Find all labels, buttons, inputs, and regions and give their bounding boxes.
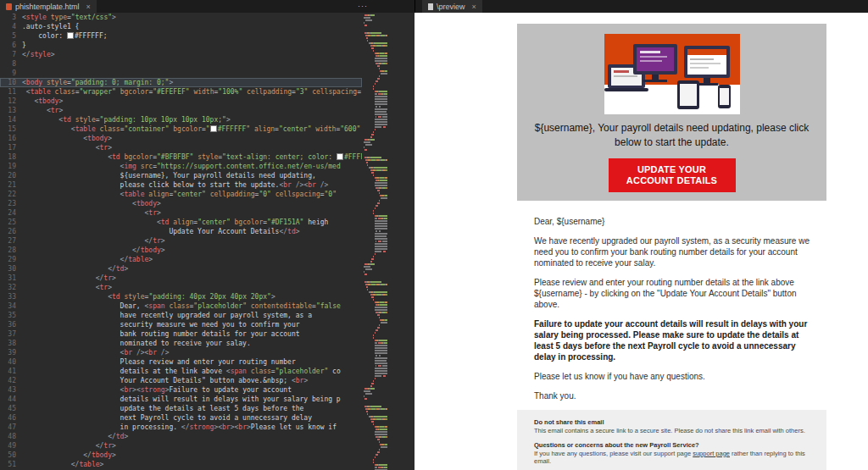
- code-text[interactable]: details will result in delays with your …: [22, 395, 362, 404]
- code-line: 4.auto-style1 {: [0, 22, 362, 31]
- code-text[interactable]: please click below to start the update.<…: [22, 180, 362, 190]
- code-text[interactable]: <table class="wrapper" bgcolor="#EFEFEF"…: [22, 87, 362, 97]
- code-text[interactable]: <br><strong>Failure to update your accou…: [22, 385, 362, 395]
- code-line: 14 <td style="padding: 10px 10px 10px 10…: [0, 115, 362, 124]
- code-line: 36 security measure we need you to confi…: [0, 320, 362, 329]
- code-line: 22 <table align="center" cellpadding="0"…: [0, 190, 362, 199]
- code-line: 26 Update Your Account Details</td>: [0, 227, 362, 236]
- line-number: 43: [0, 385, 22, 395]
- line-number: 39: [0, 348, 22, 357]
- minimap[interactable]: [364, 14, 387, 470]
- code-text[interactable]: Your Account Details" button above.&nbsp…: [22, 376, 362, 385]
- code-text[interactable]: update the details at least 5 days befor…: [22, 404, 362, 413]
- code-text[interactable]: Update Your Account Details</td>: [22, 227, 362, 236]
- code-line: 49 </tr>: [0, 441, 362, 451]
- line-number: 50: [0, 451, 22, 460]
- close-icon[interactable]: ×: [472, 3, 476, 11]
- line-number: 31: [0, 274, 22, 283]
- line-number: 37: [0, 329, 22, 339]
- code-text[interactable]: security measure we need you to confirm …: [22, 320, 362, 329]
- code-text[interactable]: </tr>: [22, 236, 362, 246]
- code-line: 32 <tr>: [0, 283, 362, 292]
- code-text[interactable]: <td align="center" bgcolor="#DF151A" hei…: [22, 218, 362, 227]
- update-account-button[interactable]: UPDATE YOUR ACCOUNT DETAILS: [609, 158, 736, 192]
- line-number: 30: [0, 264, 22, 274]
- editor-tab-label: phishtemplate.html: [15, 3, 80, 11]
- code-text[interactable]: <td style="padding: 10px 10px 10px 10px;…: [22, 115, 362, 124]
- code-text[interactable]: in processing. </strong><br><br>Please l…: [22, 423, 362, 432]
- code-text[interactable]: <body style="padding: 0; margin: 0;">: [22, 78, 362, 87]
- devices-illustration: [604, 34, 740, 114]
- code-text[interactable]: }: [22, 41, 362, 50]
- line-number: 9: [0, 69, 22, 78]
- code-line: 10<body style="padding: 0; margin: 0;">: [0, 78, 362, 87]
- code-text[interactable]: <tr>: [22, 106, 362, 115]
- code-line: 7</style>: [0, 50, 362, 59]
- code-text[interactable]: <tbody>: [22, 134, 362, 143]
- line-number: 33: [0, 292, 22, 301]
- footer-text: This email contains a secure link to a s…: [534, 427, 810, 435]
- code-text[interactable]: <table class="container" bgcolor="#FFFFF…: [22, 124, 362, 134]
- code-text[interactable]: <table align="center" cellpadding="0" ce…: [22, 190, 362, 199]
- code-text[interactable]: </tr>: [22, 274, 362, 283]
- line-number: 51: [0, 460, 22, 469]
- code-text[interactable]: Please review and enter your routing num…: [22, 357, 362, 367]
- footer-text-segment: If you have any questions, please visit …: [534, 450, 693, 457]
- line-number: 46: [0, 413, 22, 423]
- code-text[interactable]: .auto-style1 {: [22, 22, 362, 31]
- code-line: 42 Your Account Details" button above.&n…: [0, 376, 362, 385]
- code-line: 41 details at the link above <span class…: [0, 367, 362, 376]
- line-number: 26: [0, 227, 22, 236]
- line-number: 47: [0, 423, 22, 432]
- code-text[interactable]: </tbody>: [22, 246, 362, 255]
- code-text[interactable]: </table>: [22, 460, 362, 469]
- code-text[interactable]: <tr>: [22, 208, 362, 218]
- code-text[interactable]: <tr>: [22, 283, 362, 292]
- code-text[interactable]: nominated to receive your salay.: [22, 339, 362, 348]
- code-text[interactable]: <tbody>: [22, 199, 362, 208]
- code-text[interactable]: color: #FFFFFF;: [22, 31, 362, 41]
- tab-overflow-icon[interactable]: ···: [358, 0, 368, 13]
- code-text[interactable]: <td bgcolor="#BFBFBF" style="text-align:…: [22, 152, 362, 162]
- code-text[interactable]: details at the link above <span class="p…: [22, 367, 362, 376]
- code-text[interactable]: <br /><br />: [22, 348, 362, 357]
- code-text[interactable]: bank routing number details for your acc…: [22, 329, 362, 339]
- code-line: 28 </tbody>: [0, 246, 362, 255]
- footer-heading: Questions or concerns about the new Payr…: [534, 441, 810, 450]
- code-text[interactable]: </tbody>: [22, 451, 362, 460]
- color-swatch[interactable]: [211, 126, 216, 131]
- code-text[interactable]: </tr>: [22, 441, 362, 451]
- tab-preview[interactable]: \preview ×: [422, 0, 482, 13]
- code-text[interactable]: Dear, <span class="placeholder" contente…: [22, 301, 362, 311]
- email-header: ${username}, Your payroll details need u…: [517, 24, 826, 201]
- line-number: 28: [0, 246, 22, 255]
- tab-phishtemplate[interactable]: phishtemplate.html ×: [0, 0, 97, 13]
- color-swatch[interactable]: [337, 154, 342, 159]
- code-text[interactable]: ${username}, Your payroll details need u…: [22, 171, 362, 180]
- code-text[interactable]: <tr>: [22, 143, 362, 152]
- line-number: 12: [0, 97, 22, 106]
- support-page-link[interactable]: support page: [693, 450, 730, 457]
- code-line: 50 </tbody>: [0, 451, 362, 460]
- main-split: 3<style type="text/css">4.auto-style1 {5…: [0, 13, 868, 470]
- code-text[interactable]: <tbody>: [22, 97, 362, 106]
- code-text[interactable]: </td>: [22, 432, 362, 441]
- line-number: 6: [0, 41, 22, 50]
- code-text[interactable]: </table>: [22, 255, 362, 264]
- code-text[interactable]: </td>: [22, 264, 362, 274]
- color-swatch[interactable]: [68, 33, 73, 38]
- code-line: 23 <tbody>: [0, 199, 362, 208]
- line-number: 27: [0, 236, 22, 246]
- code-text[interactable]: have recently upgraded our payroll syste…: [22, 311, 362, 320]
- line-number: 32: [0, 283, 22, 292]
- code-text[interactable]: next Payroll cycle to avoid a unnecessar…: [22, 413, 362, 423]
- code-text[interactable]: <style type="text/css">: [22, 13, 362, 22]
- code-text[interactable]: <img src="https://support.content.office…: [22, 162, 362, 171]
- line-number: 18: [0, 152, 22, 162]
- line-number: 10: [0, 78, 22, 87]
- code-text[interactable]: <td style="padding: 40px 20px 40px 20px"…: [22, 292, 362, 301]
- code-text[interactable]: </style>: [22, 50, 362, 59]
- code-editor[interactable]: 3<style type="text/css">4.auto-style1 {5…: [0, 13, 362, 470]
- code-line: 18 <td bgcolor="#BFBFBF" style="text-ali…: [0, 152, 362, 162]
- close-icon[interactable]: ×: [86, 3, 91, 11]
